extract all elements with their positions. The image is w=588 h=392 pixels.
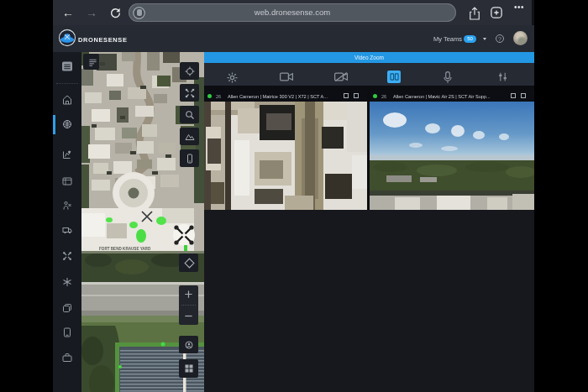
svg-text:FORT BEND KRAUSE YARD: FORT BEND KRAUSE YARD <box>99 247 151 251</box>
